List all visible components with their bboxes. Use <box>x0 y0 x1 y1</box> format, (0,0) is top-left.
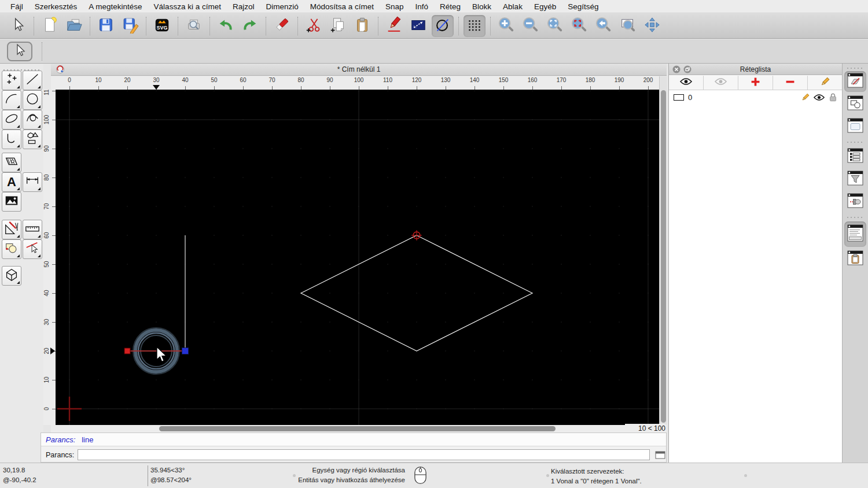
dock-entity-filter-button[interactable] <box>844 169 866 190</box>
grid-toggle-button[interactable] <box>464 15 486 37</box>
print-preview-button[interactable] <box>183 15 205 37</box>
menu-item-9[interactable]: Infó <box>410 2 435 11</box>
show-all-layers-button[interactable] <box>669 76 704 90</box>
hruler-label: 50 <box>211 77 217 83</box>
paste-button[interactable] <box>351 15 373 37</box>
zoom-selected-button[interactable] <box>568 15 590 37</box>
dimension-tool-button[interactable] <box>23 172 42 192</box>
hatch-tool-button[interactable] <box>2 153 21 172</box>
copy-button[interactable] <box>327 15 349 37</box>
main-toolbar: SVG <box>0 14 868 39</box>
open-file-button[interactable] <box>63 15 85 37</box>
toolbar-separator <box>378 17 378 35</box>
dock-entity-list-button[interactable] <box>844 146 866 167</box>
active-tool-select-button[interactable] <box>7 42 32 61</box>
menu-item-13[interactable]: Egyéb <box>528 2 562 11</box>
toolbar-separator <box>34 17 34 35</box>
eye-icon[interactable] <box>814 94 825 103</box>
vertical-scrollbar-thumb[interactable] <box>661 90 666 423</box>
zoom-previous-icon <box>595 16 612 36</box>
hide-all-layers-button[interactable] <box>704 76 738 90</box>
remove-layer-button[interactable] <box>773 76 808 90</box>
cut-button[interactable] <box>303 15 325 37</box>
menu-item-2[interactable]: Szerkesztés <box>29 2 83 11</box>
hruler-label: 70 <box>269 77 275 83</box>
menu-item-14[interactable]: Segítség <box>562 2 604 11</box>
edit-layer-button[interactable] <box>808 76 842 90</box>
modify-tool-button[interactable] <box>2 220 21 239</box>
hruler-label: 180 <box>586 77 595 83</box>
redo-button[interactable] <box>239 15 261 37</box>
menu-item-1[interactable]: Fájl <box>5 2 29 11</box>
pencil-icon[interactable] <box>801 93 810 103</box>
line-tool-button[interactable] <box>23 71 42 90</box>
menu-item-5[interactable]: Rajzol <box>227 2 260 11</box>
layer-row[interactable]: 0 <box>669 91 842 103</box>
dock-layer-list-button[interactable] <box>844 71 866 92</box>
pen-attributes-button[interactable] <box>383 15 405 37</box>
draft-mode-button[interactable] <box>432 15 454 37</box>
delete-button[interactable] <box>271 15 293 37</box>
spline-tool-button[interactable] <box>23 110 42 130</box>
add-layer-button[interactable] <box>738 76 773 90</box>
menu-item-10[interactable]: Réteg <box>434 2 466 11</box>
menu-item-11[interactable]: Blokk <box>466 2 497 11</box>
polyline-icon <box>3 130 20 149</box>
save-button[interactable] <box>95 15 117 37</box>
library-window-icon <box>847 118 863 135</box>
zoom-in-button[interactable] <box>495 15 517 37</box>
horizontal-scrollbar[interactable]: 10 < 100 <box>51 425 667 432</box>
layer-color-swatch[interactable] <box>674 94 684 101</box>
polyline-tool-button[interactable] <box>2 130 21 149</box>
select-entity-tool-button[interactable] <box>23 239 42 259</box>
vertical-scrollbar[interactable] <box>659 76 667 425</box>
toolbar-separator <box>266 17 266 35</box>
line-attributes-button[interactable] <box>407 15 429 37</box>
menu-item-12[interactable]: Ablak <box>497 2 528 11</box>
horizontal-scrollbar-thumb[interactable] <box>159 426 556 431</box>
measure-tool-button[interactable] <box>23 220 42 239</box>
hruler-label: 110 <box>383 77 392 83</box>
polygon-tool-button[interactable] <box>23 130 42 149</box>
zoom-out-button[interactable] <box>520 15 542 37</box>
drawing-canvas[interactable] <box>56 90 659 425</box>
command-input[interactable] <box>78 449 650 460</box>
layer-panel-title: Réteglista <box>669 65 842 73</box>
dock-block-list-button[interactable] <box>844 94 866 114</box>
zoom-auto-button[interactable] <box>544 15 566 37</box>
select-button[interactable] <box>7 15 29 37</box>
menu-item-6[interactable]: Dimenzió <box>260 2 304 11</box>
hruler-label: 120 <box>412 77 422 83</box>
dock-drag-handle[interactable] <box>846 66 865 69</box>
export-svg-button[interactable]: SVG <box>151 15 173 37</box>
menu-item-8[interactable]: Snap <box>380 2 410 11</box>
arc-tool-button[interactable] <box>2 90 21 110</box>
menu-item-7[interactable]: Módosítsa a címet <box>304 2 380 11</box>
text-tool-button[interactable]: A <box>2 172 21 192</box>
save-as-button[interactable] <box>119 15 141 37</box>
points-tool-button[interactable] <box>2 71 21 90</box>
dock-command-widget-button[interactable] <box>844 221 866 247</box>
line-icon <box>24 71 41 90</box>
absolute-polar: 35.945<33° <box>150 465 192 475</box>
undo-button[interactable] <box>215 15 237 37</box>
menu-item-4[interactable]: Válassza ki a címet <box>148 2 227 11</box>
zoom-window-button[interactable] <box>617 15 639 37</box>
zoom-pan-button[interactable] <box>641 15 663 37</box>
vertical-ruler: 0102030405060708090100110 <box>43 90 56 425</box>
menu-item-3[interactable]: A megtekintése <box>83 2 148 11</box>
command-dock-button[interactable] <box>654 450 666 460</box>
document-titlebar[interactable]: * Cím nélkül 1 <box>51 64 667 76</box>
lock-icon[interactable] <box>829 93 837 103</box>
dock-clipboard-button[interactable] <box>844 249 866 269</box>
zoom-previous-button[interactable] <box>593 15 615 37</box>
new-document-button[interactable] <box>39 15 61 37</box>
circle-tool-button[interactable] <box>23 90 42 110</box>
dock-plugins-button[interactable] <box>844 191 866 212</box>
solid-3d-tool-button[interactable] <box>2 266 21 286</box>
ellipse-tool-button[interactable] <box>2 110 21 130</box>
image-tool-button[interactable] <box>2 192 21 212</box>
vruler-label: 100 <box>43 115 50 125</box>
order-tool-button[interactable] <box>2 239 21 259</box>
dock-library-browser-button[interactable] <box>844 116 866 137</box>
